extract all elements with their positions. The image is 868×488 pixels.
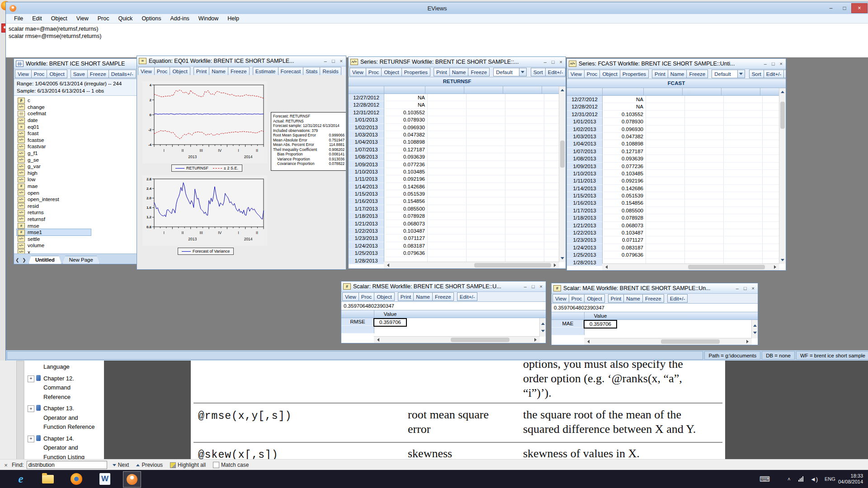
toolbar-button-name[interactable]: Name — [668, 70, 687, 78]
obs-date-cell[interactable]: 1/14/2013 — [567, 185, 603, 192]
empty-cell[interactable] — [646, 133, 685, 140]
empty-cell[interactable] — [685, 148, 724, 155]
empty-cell[interactable] — [544, 116, 559, 123]
toolbar-button-view[interactable]: View — [138, 67, 155, 75]
empty-cell[interactable] — [646, 177, 685, 184]
empty-cell[interactable] — [685, 214, 724, 221]
empty-cell[interactable] — [763, 133, 779, 140]
table-row[interactable]: 1/24/20130.083187 — [349, 242, 559, 249]
workfile-object-date[interactable]: date — [17, 117, 91, 124]
scroll-thumb[interactable] — [688, 265, 765, 269]
empty-cell[interactable] — [646, 140, 685, 147]
toolbar-button-object[interactable]: Object — [381, 68, 401, 76]
rmse-spinner[interactable] — [539, 318, 546, 337]
table-row[interactable]: 1/08/20130.093639 — [567, 155, 779, 162]
empty-cell[interactable] — [428, 146, 467, 153]
empty-cell[interactable] — [724, 111, 763, 118]
obs-date-cell[interactable]: 1/21/2013 — [567, 222, 603, 229]
empty-cell[interactable] — [685, 118, 724, 125]
obs-date-cell[interactable]: 1/25/2013 — [349, 249, 384, 257]
equation-titlebar[interactable]: = Equation: EQ01 Workfile: BRENT ICE SHO… — [137, 56, 346, 66]
expander-plus-icon[interactable]: + — [28, 405, 34, 412]
value-cell[interactable]: 0.154856 — [384, 197, 428, 205]
toolbar-button-resids[interactable]: Resids — [320, 67, 341, 75]
empty-cell[interactable] — [646, 185, 685, 192]
empty-cell[interactable] — [544, 227, 559, 235]
empty-cell[interactable] — [428, 220, 467, 227]
bookmark-item[interactable]: +Chapter 12.CommandReference — [25, 374, 104, 402]
equation-close-icon[interactable]: × — [340, 58, 343, 64]
scroll-thumb[interactable] — [474, 263, 551, 267]
empty-cell[interactable] — [467, 124, 505, 131]
obs-date-cell[interactable]: 1/15/2013 — [567, 192, 603, 199]
rmse-horizontal-scrollbar[interactable] — [374, 336, 540, 343]
obs-date-cell[interactable]: 1/03/2013 — [567, 133, 603, 140]
workfile-object-coefmat[interactable]: coefmat — [17, 110, 91, 117]
obs-date-cell[interactable]: 1/08/2013 — [567, 155, 603, 162]
empty-cell[interactable] — [646, 126, 685, 133]
empty-cell[interactable] — [467, 153, 505, 160]
column-header-cell[interactable] — [425, 86, 464, 94]
empty-cell[interactable] — [428, 175, 467, 183]
returnsf-titlebar[interactable]: Series: RETURNSF Workfile: BRENT ICE SHO… — [349, 57, 566, 67]
obs-date-cell[interactable]: 1/25/2013 — [567, 251, 603, 258]
empty-cell[interactable] — [505, 168, 544, 175]
empty-cell[interactable] — [763, 111, 779, 118]
toolbar-button-object[interactable]: Object — [374, 292, 394, 301]
toolbar-button-sort[interactable]: Sort — [749, 70, 764, 78]
table-row[interactable]: 1/21/20130.068073 — [567, 222, 779, 229]
empty-cell[interactable] — [646, 244, 685, 251]
empty-cell[interactable] — [646, 229, 685, 236]
toolbar-button-print[interactable]: Print — [652, 70, 668, 78]
table-row[interactable]: 1/15/20130.051539 — [349, 190, 559, 197]
empty-cell[interactable] — [428, 242, 467, 249]
table-row[interactable]: 1/02/20130.096930 — [349, 124, 559, 131]
toolbar-button-proc[interactable]: Proc — [366, 68, 382, 76]
scroll-thumb[interactable] — [780, 102, 785, 129]
empty-cell[interactable] — [467, 197, 505, 205]
table-row[interactable]: 12/31/20120.103552 — [567, 111, 779, 118]
table-row[interactable]: 1/11/20130.092196 — [567, 177, 779, 184]
empty-cell[interactable] — [544, 220, 559, 227]
fcast-horizontal-scrollbar[interactable] — [602, 263, 779, 270]
empty-cell[interactable] — [685, 251, 724, 258]
empty-cell[interactable] — [685, 236, 724, 244]
empty-cell[interactable] — [544, 109, 559, 116]
value-cell[interactable]: 0.103487 — [384, 227, 428, 235]
rmse-close-icon[interactable]: × — [540, 284, 542, 289]
obs-date-cell[interactable]: 1/24/2013 — [349, 242, 384, 249]
tab-scroll-left-icon[interactable]: ❮ — [14, 256, 21, 264]
empty-cell[interactable] — [428, 249, 467, 257]
obs-date-cell[interactable]: 12/27/2012 — [349, 94, 384, 101]
workfile-object-high[interactable]: high — [17, 170, 91, 177]
empty-cell[interactable] — [505, 101, 544, 108]
empty-cell[interactable] — [763, 140, 779, 147]
table-row[interactable]: 1/24/20130.083187 — [567, 244, 779, 251]
toolbar-button-smpl[interactable]: Smpl+/- — [783, 70, 786, 78]
empty-cell[interactable] — [544, 249, 559, 257]
value-cell[interactable]: 0.078928 — [603, 214, 646, 221]
value-cell[interactable]: 0.142686 — [603, 185, 646, 192]
empty-cell[interactable] — [428, 94, 467, 101]
empty-cell[interactable] — [724, 103, 763, 110]
obs-date-cell[interactable]: 12/31/2012 — [349, 109, 384, 116]
toolbar-button-edit[interactable]: Edit+/- — [457, 292, 478, 301]
toolbar-button-name[interactable]: Name — [449, 68, 469, 76]
empty-cell[interactable] — [428, 153, 467, 160]
empty-cell[interactable] — [685, 199, 724, 206]
empty-cell[interactable] — [646, 111, 685, 118]
toolbar-button-estimate[interactable]: Estimate — [253, 67, 278, 75]
obs-date-cell[interactable]: 1/15/2013 — [349, 190, 384, 197]
toolbar-button-smpl[interactable]: Smpl+/- — [565, 68, 566, 76]
empty-cell[interactable] — [763, 236, 779, 244]
empty-cell[interactable] — [428, 101, 467, 108]
empty-cell[interactable] — [544, 205, 559, 212]
empty-cell[interactable] — [685, 111, 724, 118]
empty-cell[interactable] — [544, 190, 559, 197]
empty-cell[interactable] — [467, 168, 505, 175]
empty-cell[interactable] — [763, 126, 779, 133]
menu-object[interactable]: Object — [51, 15, 67, 22]
empty-cell[interactable] — [467, 161, 505, 168]
obs-date-cell[interactable]: 1/04/2013 — [349, 138, 384, 145]
column-header-cell[interactable] — [683, 88, 722, 96]
